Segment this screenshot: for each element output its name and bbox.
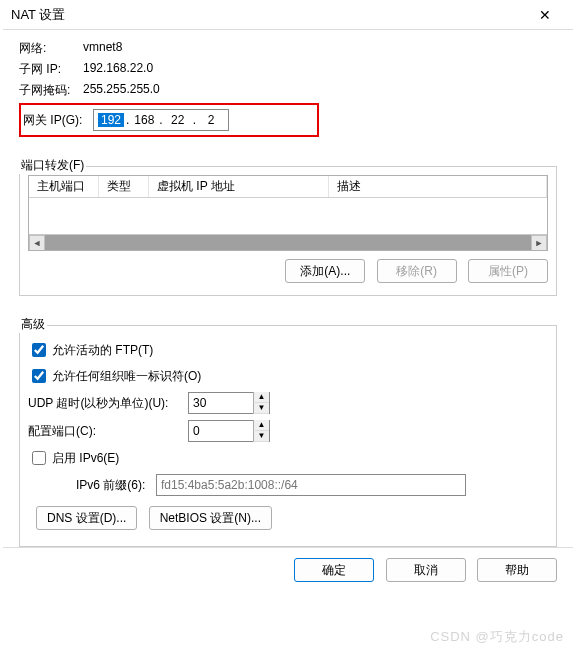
scroll-right-icon[interactable]: ► — [531, 235, 547, 251]
gateway-octet-1[interactable]: 192 — [98, 113, 124, 127]
gateway-octet-4[interactable]: 2 — [198, 113, 224, 127]
row-gateway-ip: 网关 IP(G): 192 . 168 . 22 . 2 — [19, 103, 319, 137]
udp-timeout-label: UDP 超时(以秒为单位)(U): — [28, 395, 182, 412]
help-button[interactable]: 帮助 — [477, 558, 557, 582]
config-port-label: 配置端口(C): — [28, 423, 182, 440]
network-value: vmnet8 — [83, 40, 122, 57]
network-label: 网络: — [19, 40, 83, 57]
spinner-up-icon[interactable]: ▲ — [253, 392, 269, 403]
gateway-label: 网关 IP(G): — [23, 109, 93, 131]
udp-timeout-spinner[interactable]: 30 ▲ ▼ — [188, 392, 270, 414]
ipv6-prefix-field[interactable] — [156, 474, 466, 496]
subnet-mask-label: 子网掩码: — [19, 82, 83, 99]
row-network: 网络: vmnet8 — [19, 40, 557, 57]
table-header: 主机端口 类型 虚拟机 IP 地址 描述 — [29, 176, 547, 198]
scroll-track[interactable] — [45, 235, 531, 250]
ok-button[interactable]: 确定 — [294, 558, 374, 582]
enable-ipv6-checkbox[interactable] — [32, 451, 46, 465]
nat-settings-dialog: NAT 设置 ✕ 网络: vmnet8 子网 IP: 192.168.22.0 … — [3, 0, 573, 592]
gateway-ip-field[interactable]: 192 . 168 . 22 . 2 — [93, 109, 229, 131]
col-host-port[interactable]: 主机端口 — [29, 176, 99, 197]
enable-ipv6-label: 启用 IPv6(E) — [52, 450, 119, 467]
dialog-button-bar: 确定 取消 帮助 — [3, 547, 573, 592]
properties-button: 属性(P) — [468, 259, 548, 283]
allow-org-label: 允许任何组织唯一标识符(O) — [52, 368, 201, 385]
col-vm-ip[interactable]: 虚拟机 IP 地址 — [149, 176, 329, 197]
ipv6-prefix-label: IPv6 前缀(6): — [76, 477, 156, 494]
row-subnet-mask: 子网掩码: 255.255.255.0 — [19, 82, 557, 99]
port-forward-table[interactable]: 主机端口 类型 虚拟机 IP 地址 描述 ◄ ► — [28, 175, 548, 251]
subnet-ip-label: 子网 IP: — [19, 61, 83, 78]
scroll-left-icon[interactable]: ◄ — [29, 235, 45, 251]
group-advanced-label: 高级 — [19, 316, 47, 333]
spinner-down-icon[interactable]: ▼ — [253, 431, 269, 442]
group-port-forward: 端口转发(F) 主机端口 类型 虚拟机 IP 地址 描述 ◄ ► — [19, 145, 557, 296]
allow-ftp-checkbox[interactable] — [32, 343, 46, 357]
netbios-settings-button[interactable]: NetBIOS 设置(N)... — [149, 506, 272, 530]
titlebar: NAT 设置 ✕ — [3, 0, 573, 30]
spinner-up-icon[interactable]: ▲ — [253, 420, 269, 431]
col-desc[interactable]: 描述 — [329, 176, 547, 197]
gateway-octet-2[interactable]: 168 — [131, 113, 157, 127]
horizontal-scrollbar[interactable]: ◄ ► — [29, 234, 547, 250]
subnet-ip-value: 192.168.22.0 — [83, 61, 153, 78]
subnet-mask-value: 255.255.255.0 — [83, 82, 160, 99]
config-port-value[interactable]: 0 — [189, 424, 253, 438]
cancel-button[interactable]: 取消 — [386, 558, 466, 582]
row-subnet-ip: 子网 IP: 192.168.22.0 — [19, 61, 557, 78]
add-button[interactable]: 添加(A)... — [285, 259, 365, 283]
dialog-title: NAT 设置 — [11, 6, 525, 24]
watermark: CSDN @巧克力code — [430, 628, 564, 646]
config-port-spinner[interactable]: 0 ▲ ▼ — [188, 420, 270, 442]
dns-settings-button[interactable]: DNS 设置(D)... — [36, 506, 137, 530]
allow-org-checkbox[interactable] — [32, 369, 46, 383]
col-type[interactable]: 类型 — [99, 176, 149, 197]
group-advanced: 高级 允许活动的 FTP(T) 允许任何组织唯一标识符(O) UDP 超时(以秒… — [19, 304, 557, 547]
close-icon[interactable]: ✕ — [525, 7, 565, 23]
group-port-forward-label: 端口转发(F) — [19, 157, 86, 174]
udp-timeout-value[interactable]: 30 — [189, 396, 253, 410]
spinner-down-icon[interactable]: ▼ — [253, 403, 269, 414]
gateway-octet-3[interactable]: 22 — [165, 113, 191, 127]
remove-button: 移除(R) — [377, 259, 457, 283]
allow-ftp-label: 允许活动的 FTP(T) — [52, 342, 153, 359]
